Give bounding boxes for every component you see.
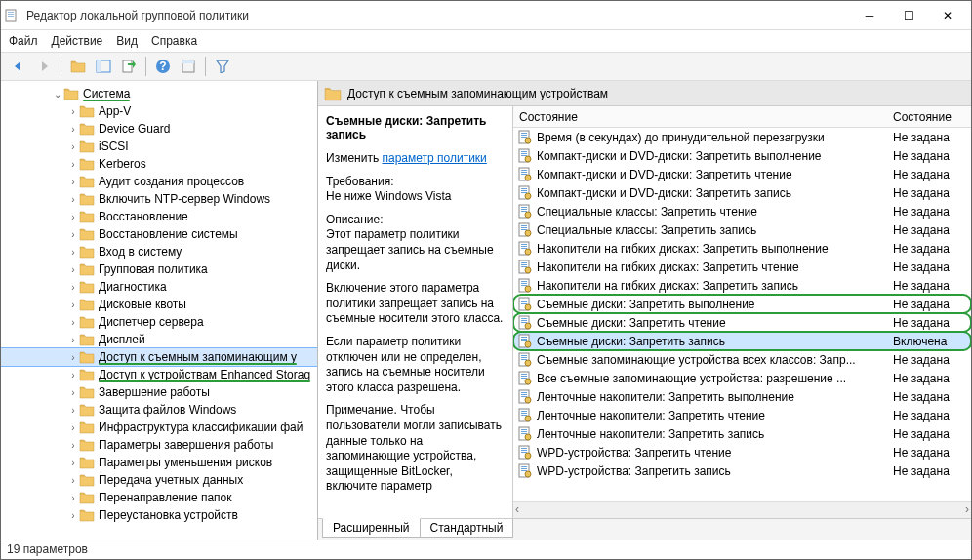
- policy-row[interactable]: Специальные классы: Запретить чтениеНе з…: [513, 202, 971, 220]
- h-scrollbar[interactable]: ‹›: [513, 501, 971, 518]
- export-button[interactable]: [117, 55, 141, 78]
- expand-icon[interactable]: ›: [67, 475, 79, 486]
- content-title: Доступ к съемным запоминающим устройства…: [347, 87, 608, 100]
- menu-view[interactable]: Вид: [116, 34, 138, 48]
- tree-node[interactable]: ›Диспетчер сервера: [1, 313, 317, 331]
- policy-state: Включена: [893, 335, 971, 348]
- up-button[interactable]: [66, 55, 90, 78]
- expand-icon[interactable]: ›: [67, 440, 79, 451]
- policy-row[interactable]: Компакт-диски и DVD-диски: Запретить чте…: [513, 165, 971, 183]
- expand-icon[interactable]: ›: [67, 247, 79, 258]
- menu-help[interactable]: Справка: [151, 34, 197, 48]
- menu-action[interactable]: Действие: [52, 34, 103, 48]
- tree-label: Инфраструктура классификации фай: [99, 420, 303, 434]
- expand-icon[interactable]: ›: [67, 458, 79, 468]
- policy-row[interactable]: Ленточные накопители: Запретить чтениеНе…: [513, 406, 971, 424]
- expand-icon[interactable]: ›: [67, 422, 79, 433]
- tree-node[interactable]: ›Диагностика: [1, 278, 317, 296]
- tree-node[interactable]: ›Завершение работы: [1, 383, 317, 401]
- expand-icon[interactable]: ›: [67, 177, 79, 187]
- policy-row[interactable]: Накопители на гибких дисках: Запретить в…: [513, 239, 971, 258]
- tab-standard[interactable]: Стандартный: [420, 519, 514, 538]
- tree-node[interactable]: ›Device Guard: [1, 120, 317, 138]
- tree-node[interactable]: ›Параметры уменьшения рисков: [1, 454, 317, 471]
- expand-icon[interactable]: ›: [67, 159, 79, 170]
- tree-node[interactable]: ›Доступ к устройствам Enhanced Storag: [1, 366, 317, 383]
- tree-node[interactable]: ›Включить NTP-сервер Windows: [1, 190, 317, 208]
- tree-node[interactable]: ›Передача учетных данных: [1, 471, 317, 489]
- tree-node[interactable]: ›Защита файлов Windows: [1, 401, 317, 419]
- expand-icon[interactable]: ›: [67, 141, 79, 152]
- expand-icon[interactable]: ›: [67, 387, 79, 398]
- col-state[interactable]: Состояние: [893, 110, 971, 124]
- policy-row[interactable]: Съемные диски: Запретить записьВключена: [513, 332, 971, 350]
- policy-row[interactable]: Ленточные накопители: Запретить выполнен…: [513, 387, 971, 406]
- edit-policy-link[interactable]: параметр политики: [382, 151, 486, 165]
- policy-state: Не задана: [893, 427, 971, 441]
- expand-icon[interactable]: ›: [67, 405, 79, 416]
- policy-row[interactable]: Все съемные запоминающие устройства: раз…: [513, 369, 971, 387]
- expand-icon[interactable]: ›: [67, 229, 79, 240]
- tree-node[interactable]: ⌄Система: [1, 85, 317, 102]
- tree-node[interactable]: ›Дисплей: [1, 331, 317, 348]
- expand-icon[interactable]: ›: [67, 370, 79, 380]
- tree-node[interactable]: ›App-V: [1, 102, 317, 120]
- forward-button[interactable]: [32, 55, 56, 78]
- collapse-icon[interactable]: ⌄: [52, 89, 63, 100]
- policy-row[interactable]: Съемные диски: Запретить чтениеНе задана: [513, 313, 971, 332]
- tree-node[interactable]: ›Восстановление системы: [1, 225, 317, 243]
- tree-node[interactable]: ›Групповая политика: [1, 260, 317, 278]
- policy-row[interactable]: Накопители на гибких дисках: Запретить ч…: [513, 258, 971, 276]
- tree-node[interactable]: ›Восстановление: [1, 208, 317, 225]
- policy-name: Компакт-диски и DVD-диски: Запретить чте…: [537, 168, 893, 181]
- expand-icon[interactable]: ›: [67, 106, 79, 117]
- content-pane: Доступ к съемным запоминающим устройства…: [318, 81, 971, 540]
- policy-row[interactable]: WPD-устройства: Запретить записьНе задан…: [513, 461, 971, 480]
- expand-icon[interactable]: ›: [67, 317, 79, 328]
- tree-node[interactable]: ›Вход в систему: [1, 243, 317, 260]
- maximize-button[interactable]: ☐: [889, 3, 928, 28]
- policy-row[interactable]: Компакт-диски и DVD-диски: Запретить вып…: [513, 146, 971, 165]
- tree-node[interactable]: ›Дисковые квоты: [1, 296, 317, 313]
- policy-row[interactable]: WPD-устройства: Запретить чтениеНе задан…: [513, 443, 971, 461]
- tree-node[interactable]: ›Переустановка устройств: [1, 506, 317, 524]
- tree-node[interactable]: ›Аудит создания процессов: [1, 173, 317, 190]
- expand-icon[interactable]: ›: [67, 493, 79, 503]
- policy-row[interactable]: Время (в секундах) до принудительной пер…: [513, 128, 971, 146]
- expand-icon[interactable]: ›: [67, 510, 79, 521]
- tree-node[interactable]: ›Перенаправление папок: [1, 489, 317, 506]
- back-button[interactable]: [7, 55, 30, 78]
- expand-icon[interactable]: ›: [67, 282, 79, 293]
- expand-icon[interactable]: ›: [67, 335, 79, 345]
- col-name[interactable]: Состояние: [513, 110, 893, 124]
- expand-icon[interactable]: ›: [67, 300, 79, 310]
- expand-icon[interactable]: ›: [67, 264, 79, 275]
- policy-row[interactable]: Съемные диски: Запретить выполнениеНе за…: [513, 295, 971, 313]
- expand-icon[interactable]: ›: [67, 124, 79, 135]
- expand-icon[interactable]: ›: [67, 212, 79, 222]
- menu-file[interactable]: Файл: [9, 34, 38, 48]
- show-tree-button[interactable]: [92, 55, 115, 78]
- tree-node[interactable]: ›iSCSI: [1, 138, 317, 155]
- minimize-button[interactable]: ─: [850, 3, 889, 28]
- policy-row[interactable]: Компакт-диски и DVD-диски: Запретить зап…: [513, 183, 971, 202]
- column-headers[interactable]: Состояние Состояние: [513, 106, 971, 128]
- tree-node[interactable]: ›Инфраструктура классификации фай: [1, 419, 317, 436]
- close-button[interactable]: ✕: [928, 3, 967, 28]
- tree-node[interactable]: ›Параметры завершения работы: [1, 436, 317, 454]
- filter-button[interactable]: [211, 55, 234, 78]
- expand-icon[interactable]: ›: [67, 352, 79, 363]
- policy-row[interactable]: Специальные классы: Запретить записьНе з…: [513, 220, 971, 239]
- properties-button[interactable]: [177, 55, 200, 78]
- help-button[interactable]: ?: [151, 55, 175, 78]
- tree-pane[interactable]: ⌄Система›App-V›Device Guard›iSCSI›Kerber…: [1, 81, 318, 540]
- policy-row[interactable]: Накопители на гибких дисках: Запретить з…: [513, 276, 971, 295]
- tab-extended[interactable]: Расширенный: [322, 518, 421, 538]
- expand-icon[interactable]: ›: [67, 194, 79, 205]
- tree-node[interactable]: ›Kerberos: [1, 155, 317, 173]
- policy-row[interactable]: Съемные запоминающие устройства всех кла…: [513, 350, 971, 369]
- policy-rows[interactable]: Время (в секундах) до принудительной пер…: [513, 128, 971, 501]
- tree-node[interactable]: ›Доступ к съемным запоминающим у: [1, 348, 317, 366]
- desc-body: Этот параметр политики запрещает запись …: [326, 227, 494, 271]
- policy-row[interactable]: Ленточные накопители: Запретить записьНе…: [513, 424, 971, 443]
